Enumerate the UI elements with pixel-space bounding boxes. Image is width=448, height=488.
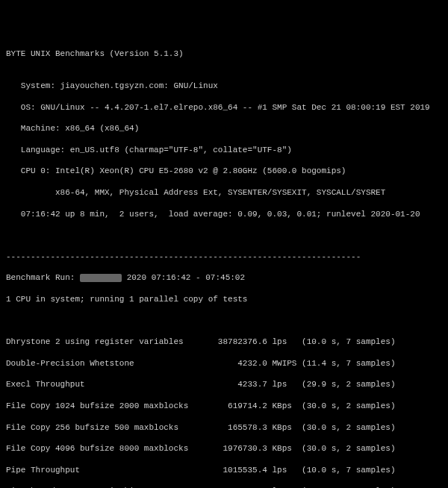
cpu-info-line: 1 CPU in system; running 1 parallel copy… bbox=[6, 294, 442, 304]
cpu0-line: CPU 0: Intel(R) Xeon(R) CPU E5-2680 v2 @… bbox=[6, 166, 442, 176]
title-line: BYTE UNIX Benchmarks (Version 5.1.3) bbox=[6, 49, 442, 59]
run-label-before: Benchmark Run: bbox=[6, 273, 80, 282]
blank-line bbox=[6, 316, 442, 326]
benchmark-run-line: Benchmark Run: 2020 07:16:42 - 07:45:02 bbox=[6, 272, 442, 283]
result-row: Dhrystone 2 using register variables 387… bbox=[6, 337, 442, 347]
run-label-after: 2020 07:16:42 - 07:45:02 bbox=[122, 273, 245, 282]
result-row: Pipe Throughput 1015535.4 lps (10.0 s, 7… bbox=[6, 465, 442, 475]
result-row: File Copy 256 bufsize 500 maxblocks 1655… bbox=[6, 422, 442, 433]
redacted-field bbox=[80, 274, 122, 282]
system-line: System: jiayouchen.tgsyzn.com: GNU/Linux bbox=[6, 81, 442, 91]
result-row: File Copy 1024 bufsize 2000 maxblocks 61… bbox=[6, 401, 442, 411]
uptime-line: 07:16:42 up 8 min, 2 users, load average… bbox=[6, 209, 442, 219]
os-line: OS: GNU/Linux -- 4.4.207-1.el7.elrepo.x8… bbox=[6, 102, 442, 113]
separator-line: ----------------------------------------… bbox=[6, 251, 442, 262]
blank-line bbox=[6, 230, 442, 240]
cpu0b-line: x86-64, MMX, Physical Address Ext, SYSEN… bbox=[6, 187, 442, 198]
result-row: Double-Precision Whetstone 4232.0 MWIPS … bbox=[6, 358, 442, 369]
language-line: Language: en_US.utf8 (charmap="UTF-8", c… bbox=[6, 145, 442, 155]
result-row: File Copy 4096 bufsize 8000 maxblocks 19… bbox=[6, 443, 442, 454]
result-row: Execl Throughput 4233.7 lps (29.9 s, 2 s… bbox=[6, 379, 442, 390]
machine-line: Machine: x86_64 (x86_64) bbox=[6, 123, 442, 134]
